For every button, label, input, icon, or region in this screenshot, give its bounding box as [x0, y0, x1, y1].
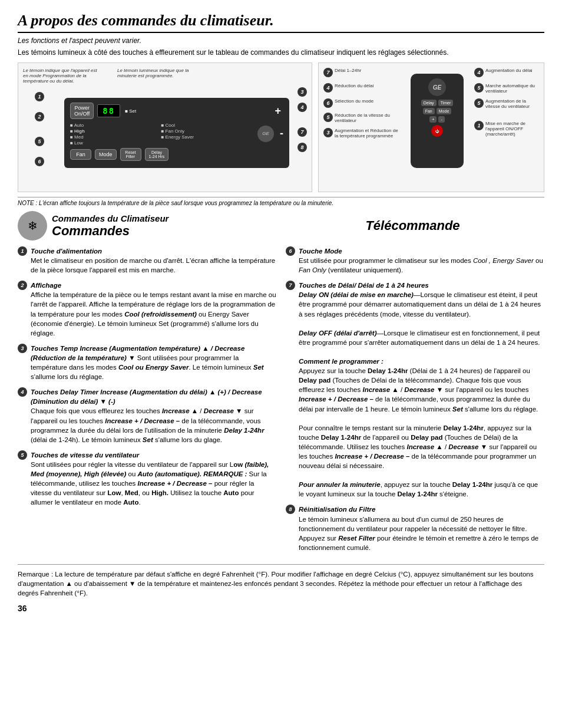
item-circle-5: 5 [18, 450, 27, 460]
remark-box: Remarque : La lecture de température par… [18, 564, 544, 598]
remark-text: Remarque : La lecture de température par… [18, 571, 534, 597]
item-circle-1: 1 [18, 246, 27, 256]
content-columns: 1 Touche d'alimentation Met le climatise… [18, 246, 544, 558]
circle-5d: 5 [474, 98, 484, 108]
annot-aug-delai: 4 Augmentation du délai [474, 68, 539, 77]
item-5: 5 Touches de vitesse du ventilateur Sont… [18, 450, 276, 508]
panel-box: PowerOn/Off 88 ■ Set + Auto Cool High Fa… [64, 98, 289, 168]
item-8-text: Réinitialisation du Filtre Le témoin lum… [299, 505, 544, 552]
ac-icon: ❄ [18, 211, 47, 241]
item-3: 3 Touches Temp Increase (Augmentation te… [18, 344, 276, 381]
item-circle-4: 4 [18, 387, 27, 397]
right-column: 6 Touche Mode Est utilisée pour programm… [286, 246, 544, 558]
item-circle-2: 2 [18, 281, 27, 290]
circle-2: 2 [35, 112, 44, 121]
item-4-title: Touches Delay Timer Increase (Augmentati… [31, 388, 262, 405]
section-right-title: Télécommande [365, 218, 459, 233]
remote-plus-btn[interactable]: + [429, 116, 437, 123]
panel-display: 88 [97, 104, 120, 117]
circle-5b: 5 [323, 113, 333, 122]
item-circle-3: 3 [18, 344, 27, 353]
page-number: 36 [18, 604, 544, 613]
left-column: 1 Touche d'alimentation Met le climatise… [18, 246, 276, 558]
remote-delay-btn[interactable]: Delay [421, 100, 437, 106]
item-circle-8: 8 [286, 505, 295, 514]
item-6-title: Touche Mode [299, 248, 342, 255]
page-title: A propos des commandes du climatiseur. [18, 12, 544, 33]
item-4: 4 Touches Delay Timer Increase (Augmenta… [18, 387, 276, 444]
circle-6b: 6 [323, 98, 333, 108]
circle-8a: 8 [297, 143, 307, 152]
circle-1: 1 [35, 92, 44, 101]
annot-fan-dec: 5 Réduction de la vitesse du ventilateur [323, 113, 400, 123]
callout-left: Le témoin indique que l'appareil est en … [23, 68, 100, 84]
reset-button[interactable]: ResetFilter [120, 148, 141, 161]
item-2-title: Affichage [31, 282, 61, 289]
annot-delay-dec: 4 Réduction du délai [323, 83, 400, 93]
item-2: 2 Affichage Affiche la température de la… [18, 281, 276, 338]
item-5-title: Touches de vitesse du ventilateur [31, 452, 139, 459]
circle-3a: 3 [297, 87, 307, 97]
diagram-area: Le témoin indique que l'appareil est en … [18, 62, 544, 192]
annot-delay: 7 Délai 1–24hr [323, 68, 400, 77]
subtitle: Les fonctions et l'aspect peuvent varier… [18, 37, 544, 45]
circle-4b: 4 [323, 83, 333, 93]
item-7-text: Touches de Délai/ Délai de 1 à 24 heures… [299, 281, 544, 499]
item-1-title: Touche d'alimentation [31, 248, 102, 255]
annot-power-onoff: 1 Mise en marche de l'appareil ON/OFF (m… [474, 121, 539, 137]
delay-button[interactable]: Delay1-24 Hrs [145, 148, 169, 161]
circle-5: 5 [35, 137, 44, 146]
item-5-text: Touches de vitesse du ventilateur Sont u… [31, 450, 276, 508]
item-6: 6 Touche Mode Est utilisée pour programm… [286, 246, 544, 275]
item-7: 7 Touches de Délai/ Délai de 1 à 24 heur… [286, 281, 544, 499]
circle-7a: 7 [297, 127, 307, 137]
item-2-text: Affichage Affiche la température de la p… [31, 281, 276, 338]
item-1: 1 Touche d'alimentation Met le climatise… [18, 246, 276, 275]
intro-text: Les témoins lumineux à côté des touches … [18, 48, 544, 57]
fan-button[interactable]: Fan [70, 149, 91, 160]
section-left-sub: Commandes [52, 223, 168, 239]
item-8: 8 Réinitialisation du Filtre Le témoin l… [286, 505, 544, 552]
item-circle-7: 7 [286, 281, 295, 290]
note-text: NOTE : L'écran affiche toujours la tempé… [18, 197, 544, 206]
remote-timer-btn[interactable]: Timer [438, 100, 454, 106]
circle-3b: 3 [323, 128, 333, 137]
remote-mode-btn[interactable]: Mode [437, 108, 452, 114]
remote-fan-btn[interactable]: Fan [423, 108, 435, 114]
circle-7b: 7 [323, 68, 333, 77]
power-button[interactable]: PowerOn/Off [70, 103, 94, 119]
item-6-text: Touche Mode Est utilisée pour programmer… [299, 246, 544, 275]
section-left-title: Commandes du Climatiseur [52, 213, 168, 223]
item-8-title: Réinitialisation du Filtre [299, 506, 375, 513]
remote-power-btn[interactable]: ⏻ [431, 125, 443, 137]
remote-diagram: 7 Délai 1–24hr 4 Réduction du délai 6 Sé… [318, 62, 544, 192]
circle-4a: 4 [297, 103, 307, 112]
remote-box: GE Delay Timer Fan Mode + - ⏻ [411, 74, 464, 168]
item-3-title: Touches Temp Increase (Augmentation temp… [31, 345, 244, 361]
item-7-title: Touches de Délai/ Délai de 1 à 24 heures [299, 282, 429, 289]
circle-4c: 4 [474, 68, 484, 77]
annot-fan-inc: 5 Augmentation de la vitesse du ventilat… [474, 98, 539, 109]
item-3-text: Touches Temp Increase (Augmentation temp… [31, 344, 276, 381]
circle-5c: 5 [474, 83, 484, 93]
remote-logo: GE [428, 78, 446, 96]
callout-right: Le témoin lumineux indique que la minute… [117, 68, 194, 84]
item-1-text: Touche d'alimentation Met le climatiseur… [31, 246, 276, 275]
control-panel-diagram: Le témoin indique que l'appareil est en … [18, 62, 312, 192]
item-circle-6: 6 [286, 246, 295, 256]
annot-mode: 6 Sélection du mode [323, 98, 400, 108]
annot-auto-fan: 5 Marche automatique du ventilateur [474, 83, 539, 94]
mode-button[interactable]: Mode [95, 149, 117, 160]
circle-1b: 1 [474, 121, 484, 130]
section-headers: ❄ Commandes du Climatiseur Commandes Tél… [18, 211, 544, 241]
circle-6: 6 [35, 157, 44, 166]
annot-temp: 3 Augmentation et Réduction de la tempér… [323, 128, 400, 139]
item-4-text: Touches Delay Timer Increase (Augmentati… [31, 387, 276, 444]
remote-minus-btn[interactable]: - [438, 116, 444, 123]
